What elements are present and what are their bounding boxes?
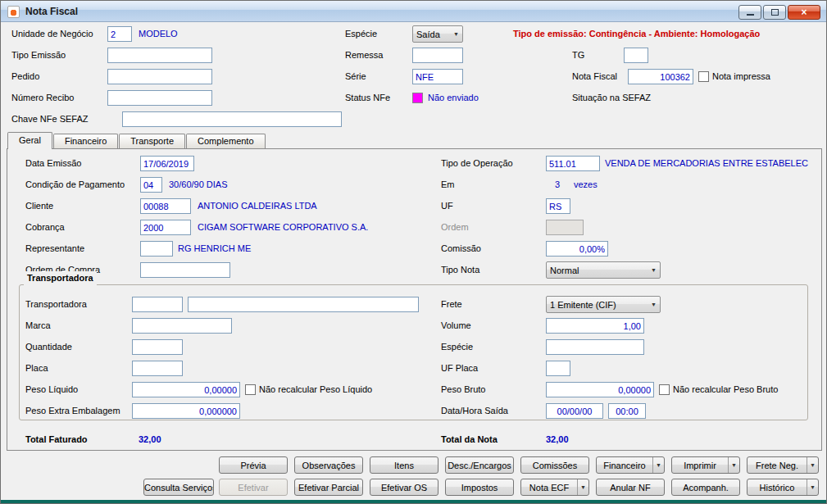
- acompanh-button[interactable]: Acompanh.: [671, 479, 740, 496]
- emissao-ambiente-banner: Tipo de emissão: Contingência - Ambiente…: [513, 26, 760, 42]
- pedido-input[interactable]: [107, 69, 212, 84]
- maximize-button[interactable]: [763, 5, 786, 20]
- cobranca-input[interactable]: [140, 220, 191, 235]
- nao-recalcular-peso-bruto-label: Não recalcular Peso Bruto: [673, 382, 778, 397]
- chevron-down-icon: ▼: [648, 262, 660, 278]
- impostos-button[interactable]: Impostos: [445, 479, 514, 496]
- desc-encargos-button[interactable]: Desc./Encargos: [445, 456, 514, 474]
- situacao-sefaz-label: Situação na SEFAZ: [572, 90, 651, 106]
- marca-input[interactable]: [132, 318, 232, 334]
- data-saida-input[interactable]: [546, 403, 603, 419]
- comissao-input[interactable]: [546, 241, 608, 257]
- chave-nfe-input[interactable]: [122, 111, 342, 127]
- chevron-down-icon[interactable]: ▼: [728, 457, 739, 473]
- frete-neg-button[interactable]: Frete Neg.▼: [747, 456, 819, 474]
- consulta-servicos-button[interactable]: Consulta Serviços: [143, 479, 214, 496]
- imprimir-button[interactable]: Imprimir▼: [671, 456, 740, 474]
- ordem-compra-input[interactable]: [140, 262, 230, 278]
- ordem-input: [546, 220, 584, 235]
- previa-button[interactable]: Prévia: [219, 456, 288, 474]
- tab-complemento[interactable]: Complemento: [186, 134, 265, 148]
- app-icon: [7, 6, 20, 18]
- data-emissao-label: Data Emissão: [25, 156, 81, 171]
- nota-ecf-button[interactable]: Nota ECF▼: [520, 479, 589, 496]
- observacoes-button[interactable]: Observações: [294, 456, 363, 474]
- numero-recibo-input[interactable]: [107, 90, 212, 106]
- peso-bruto-input[interactable]: [546, 382, 654, 397]
- close-icon: ×: [801, 7, 807, 18]
- unidade-negocio-input[interactable]: [107, 26, 132, 42]
- peso-liquido-input[interactable]: [132, 382, 240, 397]
- window-title: Nota Fiscal: [25, 1, 78, 22]
- volume-label: Volume: [441, 318, 471, 334]
- peso-extra-embalagem-label: Peso Extra Embalagem: [25, 403, 120, 419]
- hora-saida-input[interactable]: [608, 403, 646, 419]
- caption-buttons: ×: [738, 5, 820, 20]
- tab-financeiro[interactable]: Financeiro: [53, 134, 118, 148]
- chevron-down-icon[interactable]: ▼: [577, 479, 588, 495]
- efetivar-parcial-button[interactable]: Efetivar Parcial: [294, 479, 363, 496]
- tipo-emissao-input[interactable]: [107, 48, 212, 63]
- status-nfe-label: Status NFe: [345, 90, 390, 106]
- condicao-pagamento-input[interactable]: [140, 177, 162, 193]
- placa-input[interactable]: [132, 361, 183, 376]
- volume-input[interactable]: [546, 318, 644, 334]
- uf-input[interactable]: [546, 198, 570, 214]
- data-hora-saida-label: Data/Hora Saída: [441, 403, 508, 419]
- comissao-label: Comissão: [441, 241, 481, 257]
- nota-impressa-label: Nota impressa: [712, 69, 770, 84]
- serie-input[interactable]: [412, 69, 463, 84]
- tipo-nota-value: Normal: [547, 266, 648, 275]
- data-emissao-input[interactable]: [140, 156, 194, 171]
- nota-impressa-checkbox[interactable]: [698, 71, 709, 82]
- chevron-down-icon[interactable]: ▼: [807, 479, 818, 495]
- transportadora-name-input[interactable]: [188, 297, 419, 312]
- minimize-icon: [747, 14, 754, 16]
- em-value: 3: [555, 177, 560, 193]
- chevron-down-icon[interactable]: ▼: [652, 457, 664, 473]
- chevron-down-icon[interactable]: ▼: [807, 457, 818, 473]
- tipo-nota-select[interactable]: Normal ▼: [546, 261, 661, 279]
- quantidade-input[interactable]: [132, 339, 183, 355]
- nota-fiscal-input[interactable]: [628, 69, 693, 84]
- tipo-operacao-label: Tipo de Operação: [441, 156, 513, 171]
- tab-strip: Geral Financeiro Transporte Complemento: [7, 132, 266, 149]
- especie-label: Espécie: [345, 26, 377, 42]
- cliente-input[interactable]: [140, 198, 191, 214]
- minimize-button[interactable]: [738, 5, 761, 20]
- tipo-nota-label: Tipo Nota: [441, 262, 479, 278]
- nao-recalcular-peso-bruto-checkbox[interactable]: [659, 384, 670, 395]
- ordem-label: Ordem: [441, 220, 469, 235]
- transportadora-code-input[interactable]: [132, 297, 183, 312]
- anular-nf-button[interactable]: Anular NF: [596, 479, 665, 496]
- peso-extra-embalagem-input[interactable]: [132, 403, 240, 419]
- representante-input[interactable]: [140, 241, 173, 257]
- tab-transporte[interactable]: Transporte: [119, 134, 185, 148]
- transportadora-group-title: Transportadora: [24, 271, 97, 285]
- especie-select[interactable]: Saída ▼: [412, 25, 463, 43]
- efetivar-os-button[interactable]: Efetivar OS: [370, 479, 438, 496]
- tg-input[interactable]: [624, 48, 648, 63]
- numero-recibo-label: Número Recibo: [11, 90, 74, 106]
- pedido-label: Pedido: [11, 69, 39, 84]
- em-label: Em: [441, 177, 455, 193]
- frete-label: Frete: [441, 297, 462, 312]
- especie-transporte-input[interactable]: [546, 339, 644, 355]
- uf-placa-input[interactable]: [546, 361, 570, 376]
- unidade-negocio-label: Unidade de Negócio: [11, 26, 93, 42]
- financeiro-button[interactable]: Financeiro▼: [596, 456, 665, 474]
- tipo-operacao-input[interactable]: [546, 156, 600, 171]
- historico-button[interactable]: Histórico▼: [747, 479, 819, 496]
- itens-button[interactable]: Itens: [370, 456, 438, 474]
- chevron-down-icon: ▼: [450, 26, 462, 42]
- remessa-input[interactable]: [412, 48, 463, 63]
- tab-geral[interactable]: Geral: [7, 132, 52, 149]
- remessa-label: Remessa: [345, 48, 383, 63]
- uf-placa-label: UF Placa: [441, 361, 478, 376]
- close-button[interactable]: ×: [788, 5, 820, 20]
- frete-select[interactable]: 1 Emitente (CIF) ▼: [546, 296, 661, 313]
- serie-label: Série: [345, 69, 366, 84]
- marca-label: Marca: [25, 318, 51, 334]
- nao-recalcular-peso-liquido-checkbox[interactable]: [245, 384, 256, 395]
- comissoes-button[interactable]: Comissões: [520, 456, 589, 474]
